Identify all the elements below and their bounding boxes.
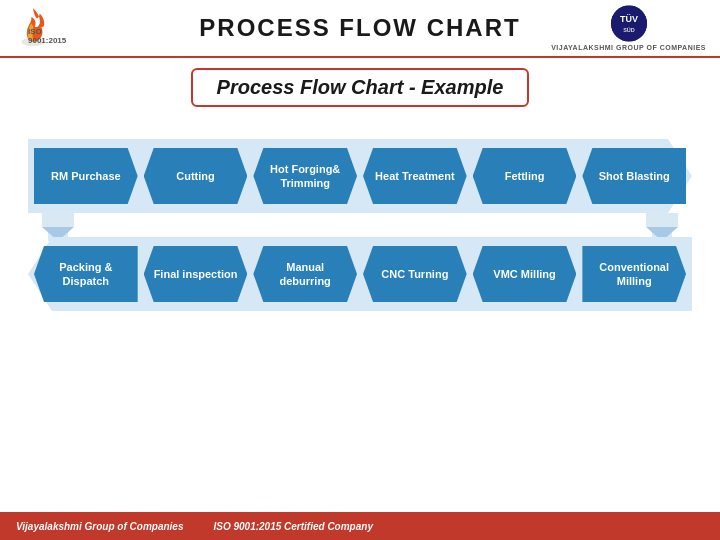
header-title: PROCESS FLOW CHART bbox=[199, 14, 520, 42]
step-vmc-milling: VMC Milling bbox=[473, 246, 577, 302]
step-conventional-milling: Conventional Milling bbox=[582, 246, 686, 302]
main-content: Process Flow Chart - Example RM Purchase… bbox=[0, 58, 720, 325]
page-title-box: Process Flow Chart - Example bbox=[191, 68, 530, 107]
page-title: Process Flow Chart - Example bbox=[217, 76, 504, 99]
logo-left: ISO 9001:2015 bbox=[14, 5, 52, 51]
step-hot-forging: Hot Forging& Trimming bbox=[253, 148, 357, 204]
tuv-icon: TÜV SÜD bbox=[611, 6, 647, 42]
iso-label: ISO 9001:2015 bbox=[28, 27, 66, 45]
header: ISO 9001:2015 PROCESS FLOW CHART TÜV SÜD… bbox=[0, 0, 720, 58]
svg-text:SÜD: SÜD bbox=[623, 27, 635, 33]
step-manual-deburring: Manual deburring bbox=[253, 246, 357, 302]
row1-steps: RM PurchaseCuttingHot Forging& TrimmingH… bbox=[34, 147, 686, 205]
step-label-heat-treatment: Heat Treatment bbox=[375, 169, 454, 183]
step-label-fettling: Fettling bbox=[505, 169, 545, 183]
step-heat-treatment: Heat Treatment bbox=[363, 148, 467, 204]
logo-right: TÜV SÜD VIJAYALAKSHMI GROUP OF COMPANIES bbox=[551, 6, 706, 51]
step-label-hot-forging: Hot Forging& Trimming bbox=[270, 162, 340, 191]
step-label-manual-deburring: Manual deburring bbox=[280, 260, 331, 289]
step-cnc-turning: CNC Turning bbox=[363, 246, 467, 302]
row2-wrapper: Packing & DispatchFinal inspectionManual… bbox=[28, 237, 692, 311]
step-label-cutting: Cutting bbox=[176, 169, 214, 183]
step-label-rm-purchase: RM Purchase bbox=[51, 169, 121, 183]
row1-wrapper: RM PurchaseCuttingHot Forging& TrimmingH… bbox=[28, 139, 692, 213]
step-label-conventional-milling: Conventional Milling bbox=[599, 260, 669, 289]
step-label-vmc-milling: VMC Milling bbox=[493, 267, 555, 281]
step-fettling: Fettling bbox=[473, 148, 577, 204]
tuv-logo: TÜV SÜD bbox=[611, 6, 647, 42]
step-packing-dispatch: Packing & Dispatch bbox=[34, 246, 138, 302]
row2-steps: Packing & DispatchFinal inspectionManual… bbox=[34, 245, 686, 303]
svg-point-1 bbox=[611, 6, 647, 42]
step-shot-blasting: Shot Blasting bbox=[582, 148, 686, 204]
step-label-shot-blasting: Shot Blasting bbox=[599, 169, 670, 183]
company-name: VIJAYALAKSHMI GROUP OF COMPANIES bbox=[551, 44, 706, 51]
flows-wrapper: RM PurchaseCuttingHot Forging& TrimmingH… bbox=[20, 139, 700, 311]
footer-left-text: Vijayalakshmi Group of Companies bbox=[16, 521, 183, 532]
step-cutting: Cutting bbox=[144, 148, 248, 204]
step-final-inspection: Final inspection bbox=[144, 246, 248, 302]
step-label-packing-dispatch: Packing & Dispatch bbox=[59, 260, 112, 289]
step-label-cnc-turning: CNC Turning bbox=[381, 267, 448, 281]
footer-right-text: ISO 9001:2015 Certified Company bbox=[213, 521, 373, 532]
rows-gap bbox=[28, 217, 692, 237]
step-label-final-inspection: Final inspection bbox=[154, 267, 238, 281]
footer: Vijayalakshmi Group of Companies ISO 900… bbox=[0, 512, 720, 540]
step-rm-purchase: RM Purchase bbox=[34, 148, 138, 204]
svg-text:TÜV: TÜV bbox=[620, 14, 638, 24]
